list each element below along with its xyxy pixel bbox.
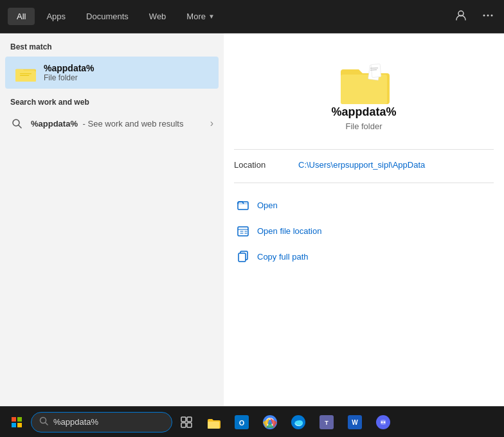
result-title: %appdata% — [44, 63, 94, 73]
svg-point-44 — [384, 421, 386, 423]
preview-title: %appdata% — [331, 105, 396, 119]
svg-point-2 — [487, 14, 489, 16]
taskbar-search[interactable]: %appdata% — [31, 412, 172, 433]
chrome-button[interactable] — [257, 409, 283, 435]
taskbar: %appdata% O — [0, 406, 504, 437]
action-copy-full-path-label: Copy full path — [257, 252, 309, 262]
svg-rect-21 — [12, 417, 16, 422]
result-subtitle: File folder — [44, 73, 94, 82]
start-menu: All Apps Documents Web More ▼ — [0, 0, 504, 406]
location-label: Location — [234, 160, 298, 170]
ellipsis-icon-button[interactable] — [480, 7, 496, 26]
action-list: Open Open file location — [234, 193, 494, 268]
tab-all[interactable]: All — [8, 8, 35, 25]
svg-text:W: W — [352, 419, 358, 426]
svg-text:T: T — [325, 420, 328, 426]
web-search-item[interactable]: %appdata% - See work and web results › — [0, 112, 224, 135]
svg-text:O: O — [239, 419, 245, 427]
word-button[interactable]: W — [342, 409, 368, 435]
nav-tabs: All Apps Documents Web More ▼ — [8, 8, 453, 25]
taskbar-search-text: %appdata% — [53, 417, 98, 427]
action-open-file-location-label: Open file location — [257, 226, 321, 236]
task-view-button[interactable] — [175, 411, 198, 434]
content-area: Best match %appdata% File folder — [0, 33, 504, 406]
svg-rect-27 — [181, 417, 186, 422]
folder-icon-small — [15, 64, 36, 82]
discord-button[interactable] — [370, 409, 396, 435]
open-file-location-icon — [237, 224, 249, 237]
right-panel: %appdata% File folder Location C:\Users\… — [224, 33, 504, 406]
svg-rect-20 — [239, 253, 246, 262]
divider — [234, 149, 494, 150]
divider-2 — [234, 183, 494, 183]
svg-rect-23 — [12, 423, 16, 427]
svg-line-11 — [19, 125, 21, 128]
person-icon-button[interactable] — [453, 7, 469, 26]
open-icon — [237, 199, 249, 211]
tab-documents[interactable]: Documents — [77, 8, 138, 25]
svg-point-1 — [483, 14, 485, 16]
svg-line-26 — [46, 423, 48, 425]
svg-rect-30 — [187, 423, 192, 427]
start-button[interactable] — [5, 411, 28, 434]
svg-rect-14 — [371, 64, 381, 77]
svg-rect-24 — [17, 423, 22, 427]
result-text: %appdata% File folder — [44, 63, 94, 82]
best-match-label: Best match — [0, 33, 224, 57]
nav-icons — [453, 7, 496, 26]
tab-web[interactable]: Web — [140, 8, 176, 25]
left-panel: Best match %appdata% File folder — [0, 33, 224, 406]
svg-rect-31 — [208, 422, 219, 429]
search-icon — [10, 117, 23, 130]
svg-point-43 — [381, 421, 383, 423]
svg-rect-22 — [17, 417, 22, 422]
svg-rect-12 — [341, 75, 387, 104]
action-open[interactable]: Open — [234, 193, 494, 217]
file-explorer-button[interactable] — [201, 409, 226, 435]
tab-more[interactable]: More ▼ — [177, 8, 224, 25]
search-section-label: Search work and web — [0, 89, 224, 112]
action-open-label: Open — [257, 201, 278, 210]
folder-icon-large — [338, 59, 390, 105]
taskbar-search-icon — [39, 416, 48, 427]
outlook-button[interactable]: O — [229, 409, 255, 435]
preview-subtitle: File folder — [345, 121, 382, 131]
action-copy-full-path[interactable]: Copy full path — [234, 245, 494, 268]
svg-point-3 — [491, 14, 493, 16]
web-search-text: %appdata% - See work and web results — [31, 119, 183, 129]
chevron-right-icon: › — [210, 118, 213, 129]
action-open-file-location[interactable]: Open file location — [234, 219, 494, 242]
tab-apps[interactable]: Apps — [37, 8, 75, 25]
location-row: Location C:\Users\erpsupport_sipl\AppDat… — [234, 160, 494, 170]
edge-button[interactable] — [285, 409, 311, 435]
nav-bar: All Apps Documents Web More ▼ — [0, 0, 504, 33]
chevron-down-icon: ▼ — [208, 13, 215, 20]
svg-rect-29 — [181, 423, 186, 427]
svg-rect-28 — [187, 417, 192, 422]
result-item-appdata[interactable]: %appdata% File folder — [5, 57, 219, 89]
copy-icon — [237, 250, 249, 263]
teams-button[interactable]: T — [314, 409, 339, 435]
location-value[interactable]: C:\Users\erpsupport_sipl\AppData — [298, 160, 425, 170]
